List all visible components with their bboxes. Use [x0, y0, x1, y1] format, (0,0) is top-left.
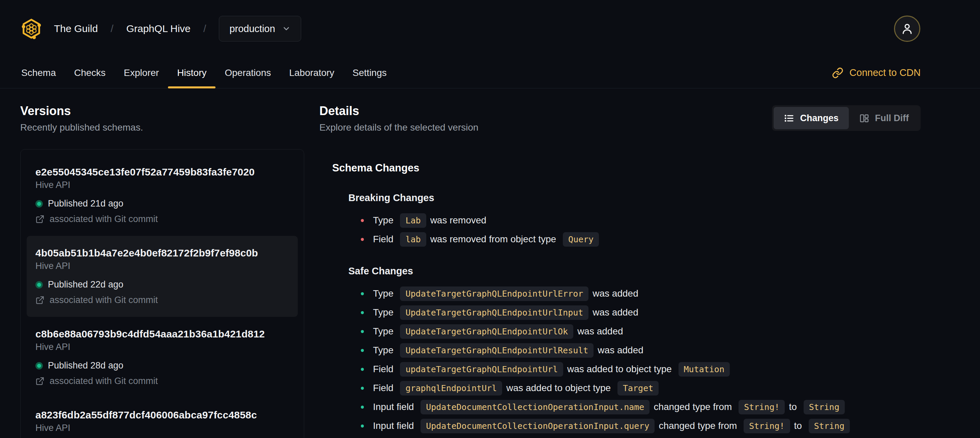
changes-view-button[interactable]: Changes	[773, 107, 848, 129]
version-git-text: associated with Git commit	[49, 376, 158, 386]
version-card[interactable]: c8b6e88a06793b9c4dfd54aaa21b36a1b421d812…	[27, 317, 298, 398]
list-icon	[784, 113, 794, 124]
external-link-icon	[35, 215, 45, 224]
code-chip: String!	[744, 419, 790, 433]
target-select[interactable]: production	[219, 16, 301, 41]
change-bullet	[361, 425, 364, 428]
published-status-dot	[35, 281, 43, 288]
change-text: Type	[373, 288, 396, 299]
change-bullet	[361, 349, 364, 352]
change-row: Type UpdateTargetGraphQLEndpointUrlOkwas…	[348, 323, 921, 339]
nav-tab-settings[interactable]: Settings	[343, 57, 396, 88]
schema-changes-section: Schema Changes Breaking Changes Type Lab…	[332, 162, 921, 434]
code-chip: UpdateTargetGraphQLEndpointUrlInput	[400, 306, 589, 320]
code-chip: Target	[617, 381, 659, 395]
hive-logo-icon[interactable]	[20, 17, 43, 40]
change-text: to	[794, 420, 805, 431]
change-bullet	[361, 219, 364, 222]
code-chip: UpdateTargetGraphQLEndpointUrlError	[400, 287, 589, 301]
change-text: Type	[373, 307, 396, 318]
nav-tab-laboratory[interactable]: Laboratory	[280, 57, 343, 88]
code-chip: updateTargetGraphQLEndpointUrl	[400, 362, 563, 377]
version-card[interactable]: 4b05ab51b1b4a7e2e4b0ef82172f2b9f7ef98c0b…	[27, 236, 298, 317]
code-chip: lab	[400, 232, 426, 247]
change-text: was removed	[430, 215, 489, 226]
breadcrumb-org[interactable]: The Guild	[54, 23, 98, 34]
change-text: Field	[373, 383, 396, 393]
view-toggle: Changes Full Diff	[772, 105, 921, 131]
user-avatar[interactable]	[894, 16, 920, 42]
code-chip: String!	[738, 400, 785, 414]
version-published-text: Published 21d ago	[48, 198, 123, 209]
change-bullet	[361, 387, 364, 390]
full-diff-view-button[interactable]: Full Diff	[849, 107, 919, 129]
link-icon	[832, 67, 843, 79]
version-hash: 4b05ab51b1b4a7e2e4b0ef82172f2b9f7ef98c0b	[35, 247, 289, 259]
change-row: Field graphqlEndpointUrlwas added to obj…	[348, 380, 921, 396]
change-text: to	[789, 401, 799, 413]
changes-view-label: Changes	[800, 113, 838, 124]
change-group: Breaking Changes Type Labwas removed Fie…	[348, 192, 921, 247]
published-status-dot	[35, 200, 43, 207]
nav-tab-explorer[interactable]: Explorer	[115, 57, 168, 88]
change-bullet	[361, 238, 364, 241]
top-bar: The Guild / GraphQL Hive / production	[0, 0, 980, 57]
version-published-text: Published 28d ago	[48, 360, 123, 371]
change-text: Type	[373, 326, 396, 337]
change-row: Field updateTargetGraphQLEndpointUrlwas …	[348, 361, 921, 377]
external-link-icon	[35, 377, 45, 386]
change-text: Field	[373, 364, 396, 374]
change-bullet	[361, 406, 364, 409]
details-title: Details	[319, 104, 479, 118]
details-panel: Details Explore details of the selected …	[319, 104, 921, 438]
nav-tab-history[interactable]: History	[168, 57, 215, 88]
change-text: Input field	[373, 420, 417, 431]
change-group: Safe Changes Type UpdateTargetGraphQLEnd…	[348, 266, 921, 434]
versions-title: Versions	[20, 104, 304, 118]
change-text: was added to object type	[506, 383, 613, 393]
connect-to-cdn-link[interactable]: Connect to CDN	[832, 57, 921, 88]
change-row: Type Labwas removed	[348, 212, 921, 228]
change-bullet	[361, 311, 364, 314]
nav-tab-checks[interactable]: Checks	[65, 57, 115, 88]
change-row: Type UpdateTargetGraphQLEndpointUrlError…	[348, 285, 921, 302]
nav-tabs: SchemaChecksExplorerHistoryOperationsLab…	[12, 57, 396, 88]
change-row: Input field UpdateDocumentCollectionOper…	[348, 418, 921, 434]
change-text: was added	[598, 345, 646, 356]
version-hash: e2e55045345ce13fe07f52a77459b83fa3fe7020	[35, 166, 289, 178]
code-chip: UpdateDocumentCollectionOperationInput.q…	[420, 419, 655, 433]
nav-tab-schema[interactable]: Schema	[12, 57, 65, 88]
breadcrumb-project[interactable]: GraphQL Hive	[126, 23, 191, 34]
version-status: Published 28d ago	[35, 360, 289, 371]
version-git-link[interactable]: associated with Git commit	[35, 295, 289, 306]
version-hash: c8b6e88a06793b9c4dfd54aaa21b36a1b421d812	[35, 328, 289, 340]
person-icon	[900, 22, 914, 35]
code-chip: String	[803, 400, 845, 414]
code-chip: Query	[563, 232, 599, 247]
details-subtitle: Explore details of the selected version	[319, 122, 479, 133]
change-text: Field	[373, 234, 396, 245]
change-bullet	[361, 292, 364, 295]
details-title-block: Details Explore details of the selected …	[319, 104, 479, 133]
external-link-icon	[35, 296, 45, 305]
version-card[interactable]: a823f6db2a55df877dcf406006abca97fcc4858c…	[27, 398, 298, 438]
version-service: Hive API	[35, 342, 289, 352]
version-card[interactable]: e2e55045345ce13fe07f52a77459b83fa3fe7020…	[27, 155, 298, 236]
change-row: Field labwas removed from object type Qu…	[348, 231, 921, 247]
change-text: changed type from	[659, 420, 740, 431]
version-hash: a823f6db2a55df877dcf406006abca97fcc4858c	[35, 409, 289, 421]
change-group-title: Safe Changes	[348, 266, 921, 277]
main-content: Versions Recently published schemas. e2e…	[0, 88, 980, 438]
nav-tab-operations[interactable]: Operations	[215, 57, 280, 88]
change-text: Input field	[373, 401, 417, 413]
versions-panel: Versions Recently published schemas. e2e…	[20, 104, 304, 438]
version-status: Published 21d ago	[35, 198, 289, 209]
version-git-link[interactable]: associated with Git commit	[35, 214, 289, 225]
columns-icon	[859, 113, 869, 124]
version-git-link[interactable]: associated with Git commit	[35, 376, 289, 386]
change-text: was added to object type	[567, 364, 675, 374]
code-chip: String	[809, 419, 850, 433]
change-group-title: Breaking Changes	[348, 192, 921, 204]
version-service: Hive API	[35, 180, 289, 190]
schema-changes-title: Schema Changes	[332, 162, 921, 174]
